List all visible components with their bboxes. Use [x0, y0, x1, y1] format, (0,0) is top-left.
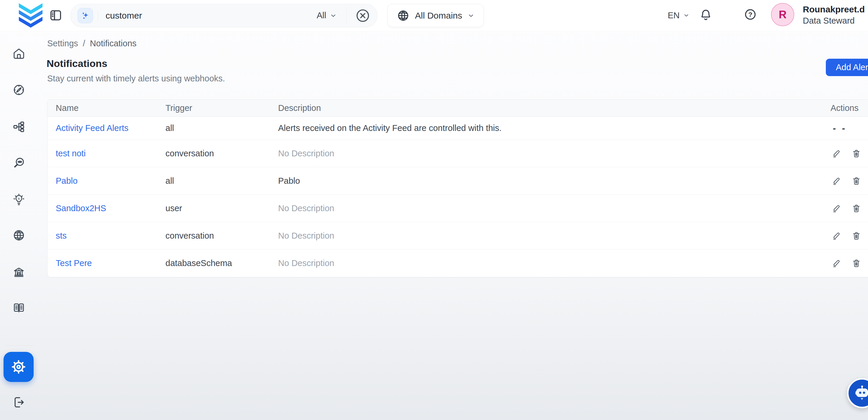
clear-search-button[interactable] — [355, 8, 371, 24]
avatar-initial: R — [779, 8, 786, 21]
delete-alert-button[interactable] — [852, 176, 861, 185]
panel-toggle-icon — [49, 8, 63, 22]
alert-name-link[interactable]: Test Pere — [56, 258, 92, 268]
help-icon: ? — [744, 8, 757, 21]
alert-trigger: conversation — [165, 231, 278, 241]
edit-pencil-icon — [832, 231, 841, 240]
clear-circle-icon — [355, 8, 371, 24]
alert-name-link[interactable]: Activity Feed Alerts — [56, 123, 129, 133]
top-bar: All All Domains — [0, 0, 868, 31]
robot-icon — [853, 384, 868, 402]
bell-icon — [699, 8, 713, 22]
chevron-down-icon — [467, 12, 474, 19]
sidebar-item-insights[interactable] — [12, 193, 25, 206]
edit-pencil-icon — [832, 149, 841, 158]
sidebar-divider — [5, 346, 34, 346]
alert-description: No Description — [278, 231, 799, 241]
breadcrumb-notifications: Notifications — [90, 39, 136, 49]
language-dropdown[interactable]: EN — [668, 0, 689, 31]
breadcrumb-settings[interactable]: Settings — [47, 39, 78, 49]
alert-trigger: all — [165, 123, 278, 133]
notifications-bell-button[interactable] — [699, 8, 713, 22]
sidebar-item-domains[interactable] — [12, 229, 25, 242]
edit-pencil-icon — [832, 176, 841, 185]
edit-alert-button[interactable] — [832, 231, 841, 240]
edit-alert-button[interactable] — [832, 259, 841, 268]
table-row: Sandbox2HS user No Description — [48, 195, 868, 222]
breadcrumb-separator: / — [83, 39, 85, 49]
chatbot-button[interactable] — [847, 378, 868, 408]
sidebar-toggle-button[interactable] — [49, 8, 63, 22]
insights-icon — [12, 193, 25, 206]
table-row: test noti conversation No Description — [48, 140, 868, 167]
delete-trash-icon — [852, 176, 861, 185]
logout-icon — [12, 396, 25, 409]
table-row: Test Pere databaseSchema No Description — [48, 249, 868, 277]
table-row: sts conversation No Description — [48, 222, 868, 249]
explore-compass-icon — [12, 84, 25, 96]
user-name: Rounakpreet.d — [803, 4, 865, 15]
sidebar-item-settings[interactable] — [4, 352, 34, 382]
search-scope-dropdown[interactable]: All — [317, 11, 337, 20]
alert-trigger: all — [165, 176, 278, 186]
alert-description: No Description — [278, 258, 799, 268]
alert-name-link[interactable]: sts — [56, 231, 67, 240]
delete-alert-button[interactable] — [852, 204, 861, 213]
chevron-down-icon — [330, 12, 337, 19]
domains-label: All Domains — [415, 11, 462, 21]
delete-trash-icon — [852, 204, 861, 213]
search-divider — [98, 11, 98, 21]
alert-description: Pablo — [278, 176, 799, 186]
alert-name-link[interactable]: Sandbox2HS — [56, 204, 106, 213]
sidebar-item-logout[interactable] — [12, 396, 25, 409]
edit-alert-button[interactable] — [832, 204, 841, 213]
page-subtitle: Stay current with timely alerts using we… — [47, 74, 225, 84]
delete-alert-button[interactable] — [852, 231, 861, 240]
table-body: Activity Feed Alerts all Alerts received… — [48, 117, 868, 277]
delete-trash-icon — [852, 231, 861, 240]
sidebar-item-explore[interactable] — [12, 84, 25, 96]
delete-alert-button[interactable] — [852, 149, 861, 158]
add-alert-button[interactable]: Add Alert — [826, 59, 868, 76]
sidebar-item-lineage[interactable] — [12, 120, 25, 133]
observability-icon — [12, 156, 25, 169]
column-header-name: Name — [56, 103, 165, 113]
search-input[interactable] — [105, 10, 317, 21]
user-avatar[interactable]: R — [771, 3, 794, 26]
app-root: All All Domains — [0, 0, 868, 420]
edit-pencil-icon — [832, 204, 841, 213]
user-info[interactable]: Rounakpreet.d Data Steward — [803, 4, 865, 26]
alert-description: No Description — [278, 204, 799, 213]
help-button[interactable]: ? — [744, 8, 757, 21]
sidebar-item-glossary[interactable] — [12, 301, 25, 314]
user-role: Data Steward — [803, 15, 865, 26]
column-header-actions: Actions — [799, 103, 868, 113]
sidebar-item-govern[interactable] — [12, 266, 25, 279]
table-row: Activity Feed Alerts all Alerts received… — [48, 117, 868, 140]
delete-trash-icon — [852, 149, 861, 158]
global-search-bar: All — [70, 4, 377, 27]
table-row: Pablo all Pablo — [48, 167, 868, 195]
table-header: Name Trigger Description Actions — [48, 100, 868, 117]
app-logo — [13, 2, 49, 29]
glossary-icon — [12, 301, 25, 314]
alert-description: Alerts received on the Activity Feed are… — [278, 123, 799, 133]
alert-trigger: user — [165, 204, 278, 213]
sidebar-item-home[interactable] — [12, 47, 25, 60]
alert-name-link[interactable]: Pablo — [56, 176, 78, 185]
sidebar-item-observability[interactable] — [12, 156, 25, 169]
alert-name-link[interactable]: test noti — [56, 149, 86, 158]
notifications-table: Name Trigger Description Actions Activit… — [47, 99, 868, 277]
edit-alert-button[interactable] — [832, 149, 841, 158]
chevron-down-icon — [683, 12, 689, 19]
domains-globe-icon — [12, 229, 25, 242]
edit-pencil-icon — [832, 259, 841, 268]
edit-alert-button[interactable] — [832, 176, 841, 185]
ai-sparkles-icon — [78, 8, 93, 23]
layers-logo-icon — [13, 2, 49, 29]
delete-alert-button[interactable] — [852, 259, 861, 268]
column-header-description: Description — [278, 103, 799, 113]
page-title: Notifications — [46, 58, 107, 69]
settings-gear-icon — [10, 359, 27, 375]
domains-dropdown[interactable]: All Domains — [388, 4, 484, 27]
